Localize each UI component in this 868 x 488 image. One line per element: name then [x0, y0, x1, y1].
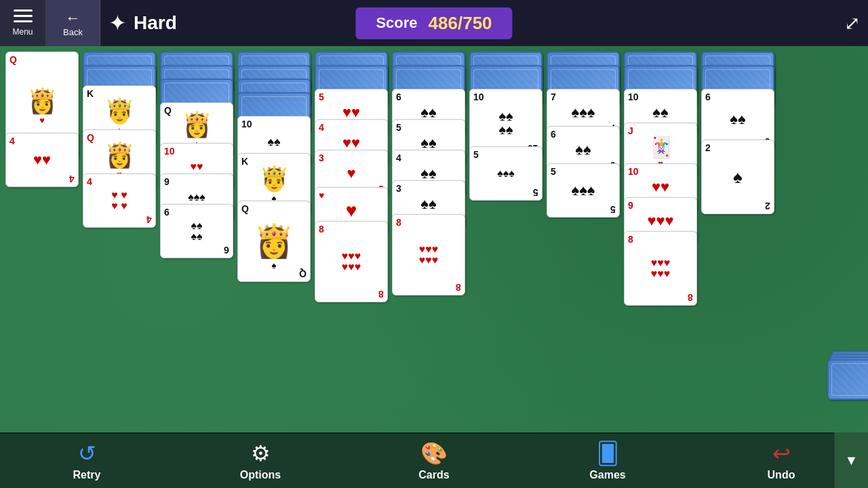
cards-icon: 🎨	[420, 441, 448, 466]
menu-label: Menu	[12, 27, 33, 37]
games-icon: 🂠	[597, 441, 619, 466]
undo-icon: ↩	[772, 441, 791, 466]
options-button[interactable]: ⚙ Options	[220, 441, 301, 481]
options-label: Options	[240, 469, 281, 481]
cards-label: Cards	[418, 469, 449, 481]
score-box: Score 486/750	[355, 7, 512, 39]
undo-button[interactable]: ↩ Undo	[741, 441, 822, 481]
score-value: 486/750	[429, 13, 492, 34]
back-label: Back	[63, 27, 83, 37]
card-5-spades-col8[interactable]: 5 ♠♠♠ 5	[547, 163, 620, 218]
undo-label: Undo	[768, 469, 795, 481]
fullscreen-button[interactable]: ⤢	[844, 12, 860, 35]
card-5-spades-col7[interactable]: 5 ♠♠♠ 5	[469, 146, 542, 201]
card-6-spades-col3[interactable]: 6 ♠♠♠♠ 6	[160, 204, 233, 258]
card-4-hearts-col1[interactable]: 4 ♥♥ 4	[5, 133, 79, 187]
retry-icon: ↺	[78, 441, 96, 466]
card-4-hearts-col2[interactable]: 4 ♥ ♥♥ ♥ 4	[83, 174, 156, 228]
back-button[interactable]: ← Back	[46, 0, 100, 46]
games-button[interactable]: 🂠 Games	[567, 441, 648, 481]
card-8-hearts-col5[interactable]: 8 ♥♥♥♥♥♥ 8	[315, 221, 388, 302]
cards-button[interactable]: 🎨 Cards	[393, 441, 475, 481]
footer: ↺ Retry ⚙ Options 🎨 Cards 🂠 Games ↩ Undo…	[0, 432, 868, 488]
card-2-spades[interactable]: 2 ♠ 2	[701, 140, 774, 214]
retry-button[interactable]: ↺ Retry	[46, 441, 127, 481]
chevron-down-icon: ▼	[845, 453, 859, 468]
retry-label: Retry	[73, 469, 101, 481]
game-area: Q 👸 ♥ Q 4 ♥♥ 4 K 🤴 ♠ K Q 👸	[0, 46, 868, 474]
options-icon: ⚙	[251, 441, 271, 466]
score-label: Score	[376, 14, 417, 32]
header: Menu ← Back ✦ Hard Score 486/750 ⤢	[0, 0, 868, 46]
back-arrow-icon: ←	[66, 9, 81, 27]
column-1: Q 👸 ♥ Q 4 ♥♥ 4	[5, 52, 79, 163]
game-icon: ✦	[108, 10, 127, 36]
difficulty-label: Hard	[134, 12, 177, 34]
stock-card-4	[827, 359, 868, 400]
games-label: Games	[589, 469, 625, 481]
menu-button[interactable]: Menu	[0, 0, 46, 46]
footer-scroll-button[interactable]: ▼	[834, 432, 868, 488]
card-8-hearts-col6[interactable]: 8 ♥♥♥♥♥♥ 8	[392, 214, 465, 296]
card-q-col4[interactable]: Q 👸♠ Q	[237, 201, 311, 282]
card-8-hearts-col9[interactable]: 8 ♥♥♥♥♥♥ 8	[624, 231, 697, 306]
